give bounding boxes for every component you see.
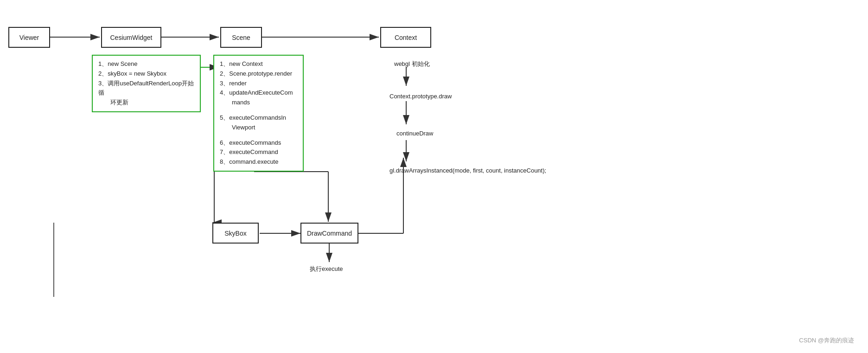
skybox-box: SkyBox	[212, 223, 259, 244]
viewer-label: Viewer	[19, 34, 39, 41]
scene-note-line4: 4、updateAndExecuteCom	[220, 88, 297, 98]
cesium-note-line2: 2、skyBox = new Skybox	[98, 69, 194, 79]
cesium-note: 1、new Scene 2、skyBox = new Skybox 3、调用us…	[92, 55, 201, 112]
cesium-note-line4: 环更新	[98, 98, 194, 108]
scene-note-line9: 7、executeCommand	[220, 148, 297, 157]
diagram: Viewer CesiumWidget Scene Context 1、new …	[0, 0, 868, 353]
arrows-svg	[0, 0, 868, 353]
scene-note-line2: 2、Scene.prototype.render	[220, 69, 297, 79]
scene-label: Scene	[232, 34, 250, 41]
scene-note-line1: 1、new Context	[220, 59, 297, 69]
scene-note-line5: mands	[220, 98, 297, 108]
execute-label: 执行execute	[310, 264, 343, 274]
drawcommand-label: DrawCommand	[307, 230, 352, 237]
left-vertical-line	[53, 223, 54, 297]
continue-draw-label: continueDraw	[396, 129, 434, 139]
scene-box: Scene	[220, 27, 262, 48]
scene-note-line8: 6、executeCommands	[220, 138, 297, 148]
context-draw-label: Context.prototype.draw	[389, 92, 452, 102]
watermark: CSDN @奔跑的痕迹	[799, 336, 854, 345]
skybox-label: SkyBox	[224, 230, 246, 237]
context-label: Context	[395, 34, 417, 41]
scene-note-line10: 8、command.execute	[220, 157, 297, 167]
cesiumwidget-box: CesiumWidget	[101, 27, 161, 48]
gl-draw-label: gl.drawArraysInstanced(mode, first, coun…	[389, 166, 546, 176]
context-box: Context	[380, 27, 431, 48]
scene-note-line7: Viewport	[220, 123, 297, 133]
scene-note: 1、new Context 2、Scene.prototype.render 3…	[213, 55, 304, 172]
cesiumwidget-label: CesiumWidget	[110, 34, 152, 41]
cesium-note-line3: 3、调用useDefaultRenderLoop开始循	[98, 79, 194, 98]
scene-note-line6: 5、executeCommandsIn	[220, 113, 297, 123]
cesium-note-line1: 1、new Scene	[98, 59, 194, 69]
viewer-box: Viewer	[8, 27, 50, 48]
scene-note-line3: 3、render	[220, 79, 297, 89]
webgl-label: webgl 初始化	[394, 59, 430, 69]
drawcommand-box: DrawCommand	[300, 223, 358, 244]
